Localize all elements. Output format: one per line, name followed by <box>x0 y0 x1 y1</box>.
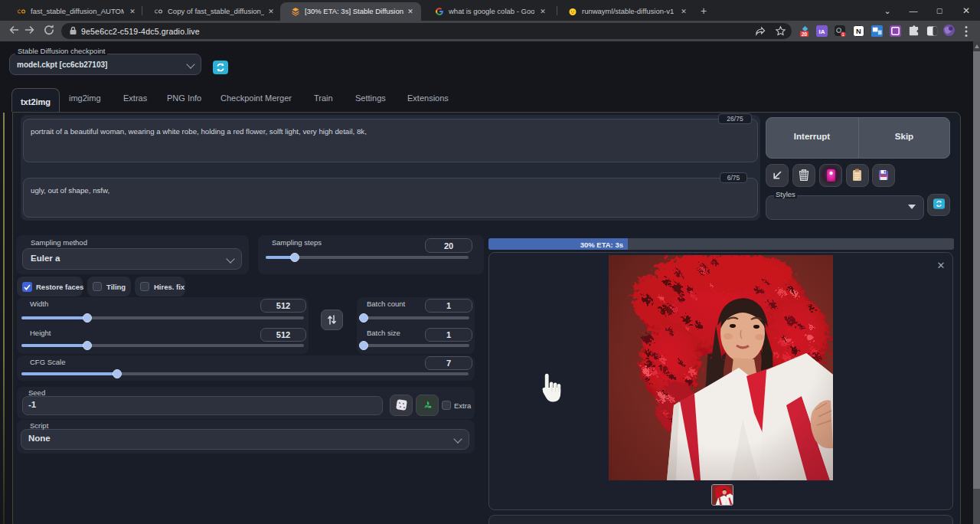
svg-text:N: N <box>856 28 861 35</box>
svg-text:IA: IA <box>819 28 825 35</box>
svg-text:20: 20 <box>802 31 808 37</box>
